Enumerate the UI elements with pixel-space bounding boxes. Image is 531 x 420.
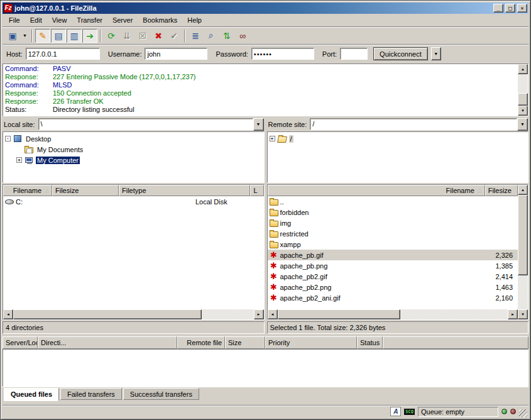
column-header[interactable]: L: [250, 185, 263, 196]
menu-item[interactable]: Bookmarks: [138, 14, 182, 26]
queue-list[interactable]: [3, 349, 528, 387]
tab-failed-transfers[interactable]: Failed transfers: [60, 388, 122, 400]
synchronized-browsing-button[interactable]: ⇅: [219, 29, 234, 43]
file-row-apache-pb2-ani-gif[interactable]: apache_pb2_ani.gif 2,160: [268, 292, 518, 303]
username-label: Username:: [108, 50, 142, 58]
remote-vscroll-thumb[interactable]: [518, 195, 528, 275]
folder-icon: [269, 208, 279, 217]
remote-site-dropdown[interactable]: ▼: [517, 118, 528, 131]
file-row-xampp[interactable]: xampp: [268, 239, 518, 250]
scroll-down-icon[interactable]: ▼: [518, 309, 528, 319]
filter-button[interactable]: ⌕: [204, 29, 219, 43]
toggle-queue-button[interactable]: ➔: [82, 29, 97, 43]
local-horizontal-scrollbar[interactable]: ◄ ►: [3, 309, 264, 319]
scroll-right-icon[interactable]: ►: [254, 309, 264, 319]
queue-column-header[interactable]: Server/Local file: [3, 336, 38, 349]
file-row-apache-pb2-gif[interactable]: apache_pb2.gif 2,414: [268, 271, 518, 282]
queue-column-header[interactable]: Remote file: [177, 336, 225, 349]
file-row-apache-pb2-png[interactable]: apache_pb2.png 1,463: [268, 282, 518, 292]
maximize-button[interactable]: □: [505, 4, 515, 13]
cancel-operation-button[interactable]: ☒: [135, 29, 150, 43]
file-row-forbidden[interactable]: forbidden: [268, 207, 518, 218]
scroll-down-icon[interactable]: ▼: [518, 106, 528, 116]
queue-column-header[interactable]: Directi...: [38, 336, 177, 349]
column-header[interactable]: Filename△: [3, 185, 52, 196]
log-scroll-track[interactable]: [518, 74, 528, 106]
log-line: Response:150 Connection accepted: [5, 89, 518, 97]
local-hscroll-track[interactable]: [13, 309, 254, 319]
queue-column-header[interactable]: Priority: [265, 336, 357, 349]
username-input[interactable]: [145, 48, 207, 60]
quickconnect-button[interactable]: Quickconnect: [373, 47, 428, 60]
process-queue-button[interactable]: ⇊: [119, 29, 134, 43]
menu-item[interactable]: Transfer: [72, 14, 107, 26]
remote-vertical-scrollbar[interactable]: ▲ ▼: [518, 185, 528, 319]
scroll-up-icon[interactable]: ▲: [518, 185, 528, 195]
local-site-dropdown[interactable]: ▼: [253, 118, 264, 131]
scq-indicator-icon[interactable]: SCQ: [404, 409, 415, 415]
file-row-restricted[interactable]: restricted: [268, 228, 518, 239]
tree-item-my-documents[interactable]: My Documents: [16, 144, 264, 155]
remote-hscroll-track[interactable]: [278, 309, 508, 319]
tab-successful-transfers[interactable]: Successful transfers: [123, 388, 199, 400]
search-button[interactable]: ∞: [235, 29, 250, 43]
remote-site-combo[interactable]: / ▼: [310, 118, 528, 131]
remote-hscroll-thumb[interactable]: [278, 309, 400, 319]
remote-horizontal-scrollbar[interactable]: ◄ ►: [268, 309, 518, 319]
column-header[interactable]: Filesize: [52, 185, 119, 196]
resize-grip[interactable]: [519, 409, 527, 417]
ascii-transfer-type-icon[interactable]: A: [390, 407, 401, 416]
host-input[interactable]: [26, 48, 100, 60]
tree-item-my-computer[interactable]: + My Computer: [16, 155, 264, 165]
local-site-path[interactable]: \: [38, 118, 253, 130]
menu-item[interactable]: File: [4, 14, 25, 26]
local-site-combo[interactable]: \ ▼: [38, 118, 264, 131]
quickconnect-dropdown[interactable]: ▼: [431, 47, 441, 60]
tree-item-root[interactable]: + /: [270, 133, 528, 144]
site-manager-button[interactable]: ▣: [5, 29, 20, 43]
port-input[interactable]: [340, 48, 368, 60]
file-row-c-drive[interactable]: C: Local Disk: [3, 196, 264, 207]
toggle-remote-tree-button[interactable]: ▥: [67, 29, 82, 43]
site-manager-dropdown[interactable]: ▼: [21, 29, 29, 43]
tree-item-desktop[interactable]: - Desktop: [5, 133, 264, 144]
menu-item[interactable]: Server: [107, 14, 138, 26]
file-row-img[interactable]: img: [268, 218, 518, 228]
image-file-icon: [269, 262, 279, 270]
queue-column-header[interactable]: Size: [225, 336, 265, 349]
column-header[interactable]: Filename△: [268, 185, 485, 196]
file-row-parent-dir[interactable]: ..: [268, 196, 518, 207]
file-row-apache-pb-png[interactable]: apache_pb.png 1,385: [268, 260, 518, 271]
toggle-message-log-button[interactable]: ✎: [35, 29, 50, 43]
menu-item[interactable]: View: [47, 14, 72, 26]
column-header[interactable]: Filesize: [485, 185, 518, 196]
remote-vscroll-track[interactable]: [518, 195, 528, 309]
scroll-up-icon[interactable]: ▲: [518, 64, 528, 74]
disconnect-button[interactable]: ✖: [151, 29, 166, 43]
tab-queued-files[interactable]: Queued files: [4, 388, 59, 401]
refresh-button[interactable]: ⟳: [104, 29, 119, 43]
file-row-apache-pb-gif[interactable]: apache_pb.gif 2,326: [268, 250, 518, 260]
scroll-left-icon[interactable]: ◄: [268, 309, 278, 319]
scroll-left-icon[interactable]: ◄: [3, 309, 13, 319]
menu-item[interactable]: Edit: [25, 14, 47, 26]
toggle-local-tree-button[interactable]: ▤: [51, 29, 66, 43]
scroll-right-icon[interactable]: ►: [508, 309, 518, 319]
remote-site-path[interactable]: /: [310, 118, 517, 130]
tree-expander[interactable]: +: [270, 136, 275, 141]
menu-item[interactable]: Help: [182, 14, 207, 26]
local-hscroll-thumb[interactable]: [13, 309, 202, 319]
log-scroll-thumb[interactable]: [518, 93, 528, 106]
log-scrollbar[interactable]: ▲ ▼: [518, 64, 528, 116]
minimize-button[interactable]: _: [493, 4, 503, 13]
tree-expander[interactable]: +: [16, 157, 22, 163]
tree-expander[interactable]: -: [5, 136, 11, 141]
verify-button[interactable]: ✔: [167, 29, 182, 43]
queue-column-header[interactable]: Status: [357, 336, 383, 349]
desktop-icon: [13, 135, 23, 143]
my-computer-icon: [24, 156, 34, 165]
directory-comparison-button[interactable]: ≣: [188, 29, 203, 43]
column-header[interactable]: Filetype: [119, 185, 250, 196]
close-button[interactable]: ×: [517, 4, 527, 13]
password-input[interactable]: [251, 48, 314, 60]
